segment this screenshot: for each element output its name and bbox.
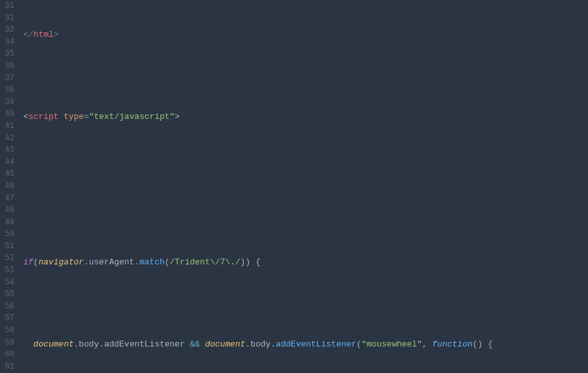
line-number: 57 — [0, 312, 14, 325]
line-number: 31 — [0, 0, 14, 12]
code-line: document.body.addEventListener && docume… — [23, 339, 588, 351]
code-line — [23, 297, 588, 310]
line-number: 61 — [0, 361, 14, 373]
line-number: 60 — [0, 348, 14, 361]
code-line — [23, 215, 588, 228]
line-number: 32 — [0, 12, 14, 25]
code-editor[interactable]: 3132333435363738394041424344454647484950… — [0, 0, 588, 373]
line-number: 58 — [0, 325, 14, 337]
code-line: </html> — [23, 29, 588, 41]
line-number: 46 — [0, 180, 14, 193]
line-number: 36 — [0, 60, 14, 72]
line-number: 54 — [0, 277, 14, 289]
line-number: 51 — [0, 240, 14, 253]
line-number: 55 — [0, 288, 14, 301]
line-number: 41 — [0, 120, 14, 133]
script-open-tag: script — [28, 112, 59, 122]
line-number: 45 — [0, 168, 14, 180]
line-number: 59 — [0, 337, 14, 349]
line-number: 47 — [0, 193, 14, 205]
line-number: 35 — [0, 48, 14, 60]
line-number: 40 — [0, 108, 14, 120]
code-area[interactable]: </html> <script type="text/javascript"> … — [18, 0, 588, 373]
line-number: 50 — [0, 228, 14, 240]
line-number: 49 — [0, 217, 14, 229]
code-line — [23, 153, 588, 165]
close-html-tag: html — [34, 30, 54, 39]
line-number: 53 — [0, 264, 14, 277]
line-number: 33 — [0, 24, 14, 36]
code-line: <script type="text/javascript"> — [23, 111, 588, 123]
line-number: 39 — [0, 96, 14, 109]
line-number: 43 — [0, 144, 14, 156]
code-line — [23, 70, 588, 83]
code-line: if(navigator.userAgent.match(/Trident\/7… — [23, 257, 588, 269]
line-number: 37 — [0, 72, 14, 85]
line-number: 44 — [0, 156, 14, 169]
line-number: 34 — [0, 36, 14, 48]
code-line — [23, 184, 588, 196]
line-number: 48 — [0, 204, 14, 217]
line-number: 38 — [0, 84, 14, 96]
line-number-gutter: 3132333435363738394041424344454647484950… — [0, 0, 18, 373]
line-number: 56 — [0, 301, 14, 313]
line-number: 42 — [0, 133, 14, 145]
line-number: 52 — [0, 252, 14, 264]
